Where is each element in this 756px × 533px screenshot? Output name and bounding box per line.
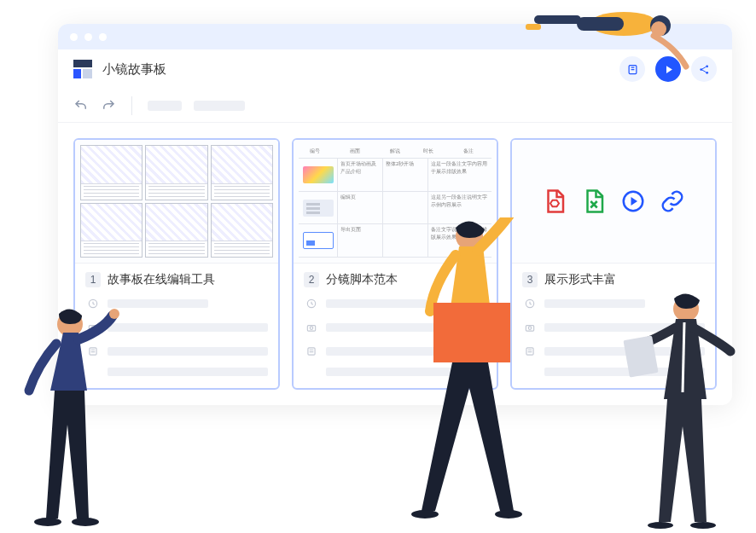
- clock-icon: [85, 296, 101, 311]
- svg-point-4: [706, 65, 708, 67]
- placeholder-line: [326, 368, 486, 376]
- toolbar-placeholder: [148, 101, 182, 111]
- svg-point-5: [706, 71, 708, 73]
- placeholder-line: [326, 299, 427, 308]
- toolbar: [58, 89, 732, 123]
- col-header: 编号: [299, 145, 332, 158]
- col-header: 解说: [379, 145, 412, 158]
- card-number: 2: [304, 272, 319, 287]
- app-title: 小镜故事板: [102, 61, 166, 78]
- window-dot: [99, 33, 107, 41]
- card-export[interactable]: 3 展示形式丰富: [510, 138, 717, 390]
- clock-icon: [304, 296, 319, 311]
- redo-icon: [101, 98, 116, 113]
- link-icon: [660, 188, 685, 214]
- card-title: 分镜脚本范本: [326, 272, 398, 287]
- card-preview: [75, 140, 278, 264]
- save-button[interactable]: [619, 56, 645, 82]
- window-dot: [84, 33, 92, 41]
- share-icon: [698, 63, 711, 76]
- svg-point-45: [690, 522, 716, 529]
- svg-point-41: [495, 510, 522, 519]
- play-circle-icon: [620, 188, 646, 214]
- placeholder-line: [108, 299, 208, 308]
- svg-point-16: [310, 327, 313, 330]
- card-number: 3: [522, 272, 538, 287]
- app-window: 小镜故事板: [58, 24, 732, 405]
- placeholder-line: [544, 347, 705, 356]
- pdf-icon: [542, 188, 567, 214]
- card-title: 展示形式丰富: [544, 272, 616, 287]
- col-header: 备注: [445, 145, 491, 158]
- card-editor[interactable]: 1 故事板在线编辑工具: [73, 138, 280, 390]
- window-dot: [70, 33, 78, 41]
- svg-point-10: [91, 327, 95, 330]
- placeholder-line: [544, 323, 705, 332]
- undo-icon: [73, 98, 89, 113]
- svg-point-35: [34, 518, 61, 526]
- card-title: 故事板在线编辑工具: [108, 272, 215, 287]
- app-header: 小镜故事板: [58, 49, 732, 89]
- toolbar-placeholder: [194, 101, 245, 111]
- col-header: 时长: [411, 145, 445, 158]
- window-titlebar: [58, 24, 732, 49]
- notes-icon: [304, 344, 319, 359]
- share-button[interactable]: [691, 56, 717, 82]
- svg-line-6: [702, 67, 706, 69]
- svg-point-40: [411, 510, 439, 519]
- toolbar-separator: [131, 96, 132, 115]
- camera-icon: [85, 320, 101, 335]
- card-number: 1: [85, 272, 101, 287]
- cards-row: 1 故事板在线编辑工具 编号 画面 解说 时长 备注: [58, 123, 732, 405]
- save-icon: [626, 63, 639, 76]
- placeholder-line: [544, 299, 645, 308]
- excel-icon: [581, 188, 607, 214]
- clock-icon: [522, 296, 538, 311]
- svg-point-44: [648, 522, 673, 529]
- placeholder-line: [108, 323, 268, 332]
- app-logo: [73, 60, 92, 78]
- col-header: 画面: [332, 145, 379, 158]
- notes-icon: [522, 344, 538, 359]
- svg-point-23: [528, 327, 532, 330]
- card-preview: 编号 画面 解说 时长 备注 首页开场动画及产品介绍整体2秒开场这是一段备注文字…: [294, 140, 497, 264]
- notes-icon: [85, 344, 101, 359]
- svg-point-36: [72, 518, 99, 526]
- svg-rect-29: [534, 15, 581, 24]
- placeholder-line: [326, 323, 486, 332]
- placeholder-line: [108, 368, 268, 376]
- undo-button[interactable]: [73, 98, 89, 113]
- placeholder-line: [326, 347, 486, 356]
- card-template[interactable]: 编号 画面 解说 时长 备注 首页开场动画及产品介绍整体2秒开场这是一段备注文字…: [292, 138, 498, 390]
- play-icon: [662, 63, 675, 76]
- svg-line-7: [702, 70, 706, 72]
- camera-icon: [304, 320, 319, 335]
- card-preview: [512, 140, 715, 264]
- play-button[interactable]: [655, 56, 681, 82]
- svg-point-3: [700, 68, 702, 71]
- redo-button[interactable]: [101, 98, 116, 113]
- placeholder-line: [544, 368, 705, 376]
- camera-icon: [522, 320, 538, 335]
- placeholder-line: [108, 347, 268, 356]
